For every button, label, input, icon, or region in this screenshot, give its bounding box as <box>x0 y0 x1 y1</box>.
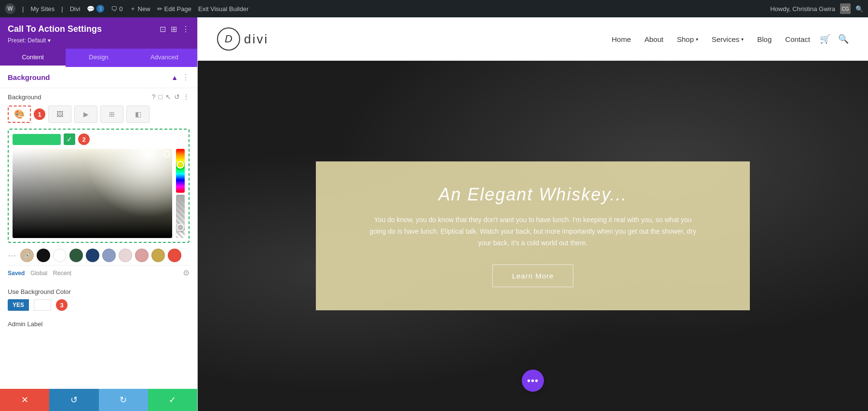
color-swatch-red[interactable] <box>168 249 181 262</box>
exit-visual-builder-link[interactable]: Exit Visual Builder <box>198 5 249 13</box>
comment-zero-icon: 🗨 <box>111 5 117 13</box>
wordpress-logo-icon[interactable]: W <box>5 3 15 14</box>
site-nav: D divi Home About Shop ▾ Services ▾ Blog… <box>198 17 868 61</box>
color-swatch-pink[interactable] <box>119 249 132 262</box>
nav-blog[interactable]: Blog <box>757 35 772 43</box>
admin-bar-left: W | My Sites | Divi 💬 3 🗨 0 ＋ New ✏ Edit… <box>5 3 762 14</box>
nav-contact[interactable]: Contact <box>785 35 810 43</box>
background-label-row: Background ? □ ↖ ↺ ⋮ <box>8 93 190 101</box>
nav-services[interactable]: Services ▾ <box>712 35 744 43</box>
toggle-box[interactable] <box>34 299 51 311</box>
search-icon-admin[interactable]: 🔍 <box>855 5 863 13</box>
tab-content[interactable]: Content <box>0 49 66 67</box>
step-1-label: 1 <box>38 111 41 118</box>
color-swatch-green[interactable] <box>69 249 83 262</box>
redo-button[interactable]: ↻ <box>99 389 148 411</box>
grid-icon[interactable]: ⊞ <box>171 25 177 34</box>
comment-badge: 3 <box>96 5 104 13</box>
recent-tab[interactable]: Recent <box>53 270 71 277</box>
background-subsection: Background ? □ ↖ ↺ ⋮ 🎨 1 <box>0 88 197 282</box>
help-icon[interactable]: ? <box>152 93 156 101</box>
toggle-yes-button[interactable]: YES <box>8 299 29 311</box>
color-swatch-white[interactable] <box>53 249 67 262</box>
plus-icon: ＋ <box>130 4 136 13</box>
tab-design[interactable]: Design <box>66 49 131 67</box>
cta-box: An Elegant Whiskey... You do know, you d… <box>316 161 750 310</box>
bg-image-button[interactable]: 🖼 <box>48 106 71 123</box>
cart-icon[interactable]: 🛒 <box>820 34 830 44</box>
preset-chevron-icon: ▾ <box>48 37 51 44</box>
logo-d: D <box>225 33 232 45</box>
bg-type-row: 🎨 1 🖼 ▶ ⊞ ◧ <box>8 106 190 123</box>
preset-row[interactable]: Preset: Default ▾ <box>8 37 190 44</box>
arrow-icon[interactable]: ↖ <box>165 93 171 101</box>
panel-title-row: Call To Action Settings ⊡ ⊞ ⋮ <box>8 24 190 34</box>
nav-about[interactable]: About <box>644 35 663 43</box>
background-section-title: Background <box>8 73 50 81</box>
admin-bar-right: Howdy, Christina Gwira CG 🔍 <box>770 3 863 14</box>
options-dots-icon[interactable]: ⋮ <box>183 93 190 101</box>
global-tab[interactable]: Global <box>30 270 47 277</box>
main-layout: Call To Action Settings ⊡ ⊞ ⋮ Preset: De… <box>0 17 868 411</box>
floating-action-button[interactable]: ••• <box>522 370 544 392</box>
edit-page-link[interactable]: ✏ Edit Page <box>157 5 191 13</box>
preset-label: Preset: Default <box>8 37 46 44</box>
device-icon[interactable]: □ <box>159 93 163 101</box>
bg-color-button[interactable]: 🎨 <box>8 106 31 123</box>
expand-icon[interactable]: ⊡ <box>160 25 166 34</box>
undo-button[interactable]: ↺ <box>49 389 98 411</box>
eyedropper-swatch[interactable]: 💉 <box>20 249 34 262</box>
bg-pattern-button[interactable]: ⊞ <box>100 106 123 123</box>
nav-search-icon[interactable]: 🔍 <box>838 34 849 44</box>
color-more-dots[interactable]: ⋯ <box>8 250 17 261</box>
saved-tab-settings-icon[interactable]: ⚙ <box>183 268 190 278</box>
bg-video-button[interactable]: ▶ <box>74 106 97 123</box>
color-swatch-rose[interactable] <box>135 249 149 262</box>
color-hex-row: #e7e2bc ✓ 2 <box>13 133 185 145</box>
new-link[interactable]: ＋ New <box>130 4 150 13</box>
opacity-handle[interactable] <box>176 224 184 231</box>
bottom-action-bar: ✕ ↺ ↻ ✓ <box>0 389 197 411</box>
section-dots-icon[interactable]: ⋮ <box>182 73 190 82</box>
bg-mask-button[interactable]: ◧ <box>126 106 149 123</box>
color-swatch-gold[interactable] <box>151 249 165 262</box>
color-hex-confirm-button[interactable]: ✓ <box>64 133 75 145</box>
panel-header-icons: ⊡ ⊞ ⋮ <box>160 25 190 34</box>
cta-learn-more-button[interactable]: Learn More <box>492 265 574 287</box>
background-label-icons: ? □ ↖ ↺ ⋮ <box>152 93 190 101</box>
panel-dots-icon[interactable]: ⋮ <box>182 25 190 34</box>
admin-label-section: Admin Label <box>0 317 197 331</box>
save-button[interactable]: ✓ <box>148 389 197 411</box>
color-swatch-lightblue[interactable] <box>102 249 116 262</box>
tab-advanced[interactable]: Advanced <box>132 49 197 67</box>
nav-shop[interactable]: Shop ▾ <box>677 35 698 43</box>
admin-bar: W | My Sites | Divi 💬 3 🗨 0 ＋ New ✏ Edit… <box>0 0 868 17</box>
color-swatch-blue[interactable] <box>86 249 99 262</box>
background-section-header: Background ▲ ⋮ <box>0 67 197 88</box>
saved-tab[interactable]: Saved <box>8 270 25 277</box>
nav-services-label: Services <box>712 35 740 43</box>
tab-design-label: Design <box>89 53 108 61</box>
right-content: D divi Home About Shop ▾ Services ▾ Blog… <box>198 17 868 411</box>
use-bg-color-label: Use Background Color <box>8 288 190 295</box>
separator2: | <box>61 5 63 13</box>
gradient-handle[interactable] <box>163 151 170 158</box>
nav-home[interactable]: Home <box>611 35 631 43</box>
comment-zero-count: 0 <box>119 5 122 13</box>
undo-small-icon[interactable]: ↺ <box>174 93 180 101</box>
use-background-color-section: Use Background Color YES 3 <box>0 282 197 317</box>
logo-circle: D <box>217 27 240 51</box>
cancel-button[interactable]: ✕ <box>0 389 49 411</box>
color-hex-input[interactable]: #e7e2bc <box>13 134 61 145</box>
site-logo: D divi <box>217 27 269 51</box>
color-gradient-box[interactable] <box>13 149 172 238</box>
divi-link[interactable]: Divi <box>70 5 81 13</box>
color-swatch-black[interactable] <box>37 249 50 262</box>
hue-slider[interactable] <box>176 149 185 193</box>
my-sites-link[interactable]: My Sites <box>30 5 54 13</box>
pattern-icon: ⊞ <box>109 110 115 118</box>
image-icon: 🖼 <box>56 110 63 118</box>
section-chevron-icon[interactable]: ▲ <box>171 74 178 81</box>
opacity-slider[interactable] <box>176 195 185 239</box>
hue-handle[interactable] <box>176 161 184 169</box>
